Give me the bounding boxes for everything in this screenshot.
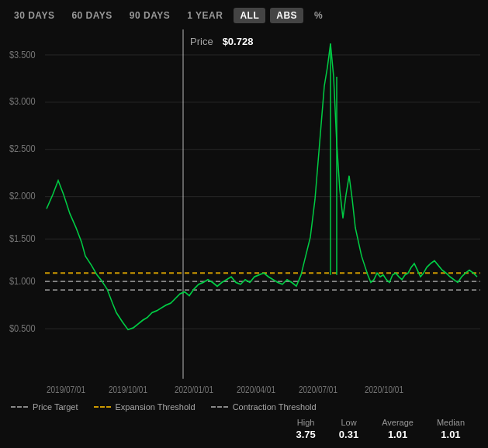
stat-low: Low 0.31 [339, 418, 358, 440]
stat-median: Median 1.01 [437, 418, 465, 440]
svg-text:2020/01/01: 2020/01/01 [175, 384, 213, 395]
stats-row: High 3.75 Low 0.31 Average 1.01 Median 1… [8, 418, 480, 440]
stat-median-label: Median [437, 418, 465, 427]
tooltip-value: $0.728 [223, 36, 254, 47]
svg-text:$0.500: $0.500 [9, 322, 36, 334]
stat-high: High 3.75 [296, 418, 316, 440]
stat-average-value: 1.01 [388, 429, 407, 440]
svg-text:2020/04/01: 2020/04/01 [237, 384, 275, 395]
legend-expansion-threshold: Expansion Threshold [94, 402, 196, 412]
stat-median-value: 1.01 [441, 429, 460, 440]
svg-text:2019/07/01: 2019/07/01 [47, 384, 85, 395]
stat-high-label: High [297, 418, 315, 427]
chart-tooltip: Price $0.728 [190, 36, 253, 47]
svg-text:2019/10/01: 2019/10/01 [109, 384, 147, 395]
svg-text:$1.000: $1.000 [9, 275, 36, 287]
stat-low-label: Low [341, 418, 356, 427]
btn-90days[interactable]: 90 DAYS [123, 8, 176, 23]
stat-average: Average 1.01 [382, 418, 414, 440]
svg-text:$2.000: $2.000 [9, 190, 36, 202]
expansion-threshold-line-icon [94, 406, 111, 408]
main-container: 30 DAYS 60 DAYS 90 DAYS 1 YEAR ALL ABS %… [0, 0, 488, 448]
expansion-threshold-label: Expansion Threshold [116, 402, 196, 412]
contraction-threshold-line-icon [211, 406, 228, 408]
svg-text:$3.000: $3.000 [9, 95, 36, 107]
svg-text:$3.500: $3.500 [9, 49, 36, 60]
stat-high-value: 3.75 [296, 429, 316, 440]
legend-row: Price Target Expansion Threshold Contrac… [8, 402, 480, 412]
legend-price-target: Price Target [11, 402, 78, 412]
btn-all[interactable]: ALL [234, 8, 265, 23]
price-chart: $3.500 $3.000 $2.500 $2.000 $1.500 $1.00… [8, 29, 480, 398]
chart-area: Price $0.728 $3.500 $3.000 $2.500 $2.000… [8, 29, 480, 398]
stat-low-value: 0.31 [339, 429, 358, 440]
price-target-label: Price Target [33, 402, 78, 412]
svg-text:$2.500: $2.500 [9, 143, 36, 154]
svg-text:$1.500: $1.500 [9, 233, 36, 244]
btn-abs[interactable]: ABS [270, 8, 303, 23]
btn-30days[interactable]: 30 DAYS [8, 8, 61, 23]
svg-text:2020/07/01: 2020/07/01 [299, 384, 337, 395]
btn-1year[interactable]: 1 YEAR [181, 8, 229, 23]
stat-average-label: Average [382, 418, 414, 427]
tooltip-label: Price [190, 36, 213, 47]
timeframe-button-row: 30 DAYS 60 DAYS 90 DAYS 1 YEAR ALL ABS % [8, 8, 480, 23]
contraction-threshold-label: Contraction Threshold [233, 402, 317, 412]
btn-percent[interactable]: % [308, 8, 329, 23]
price-target-line-icon [11, 406, 28, 408]
svg-rect-0 [8, 29, 480, 398]
svg-text:2020/10/01: 2020/10/01 [365, 384, 403, 395]
legend-contraction-threshold: Contraction Threshold [211, 402, 317, 412]
btn-60days[interactable]: 60 DAYS [65, 8, 118, 23]
